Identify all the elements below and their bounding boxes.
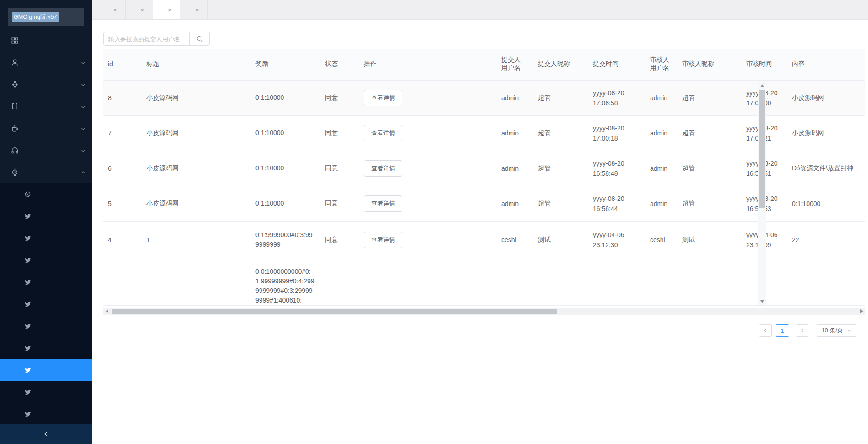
table-header-row: id标题奖励状态操作提交人 用户名提交人昵称提交时间审核人 用户名审核人昵称审核…: [103, 49, 865, 80]
view-detail-button[interactable]: 查看详情: [364, 90, 402, 106]
column-header: 审核时间: [742, 49, 787, 80]
cell-submit_time: yyyy-08-20 16:58:48: [588, 151, 646, 186]
gm-submenu: [0, 183, 92, 425]
search-button[interactable]: [190, 32, 210, 46]
column-header: 奖励: [251, 49, 320, 80]
sidebar-subitem-manual-pay-audit[interactable]: [0, 315, 92, 337]
tab-close-icon[interactable]: ×: [168, 6, 172, 13]
sidebar-item-gm[interactable]: [0, 161, 92, 183]
search-icon: [196, 35, 203, 43]
column-header: id: [103, 49, 142, 80]
cell-submit_time: yyyy-08-20 17:00:18: [588, 115, 646, 151]
sidebar-subitem-giftcode-generate[interactable]: [0, 249, 92, 271]
chevron-down-icon: [81, 126, 86, 131]
cell-reward: 0:1:10000: [251, 151, 320, 186]
view-detail-button[interactable]: 查看详情: [364, 125, 402, 141]
tab-close-icon[interactable]: ×: [141, 6, 145, 13]
sidebar-subitem-role-freeze[interactable]: [0, 183, 92, 205]
chevron-down-icon: [847, 328, 852, 333]
vertical-scrollbar[interactable]: [758, 82, 766, 305]
column-header: 标题: [142, 49, 251, 80]
grid-icon: [11, 37, 19, 44]
cell-id: 8: [103, 80, 142, 115]
sidebar-item-game[interactable]: [0, 139, 92, 161]
cell-title: [142, 259, 251, 306]
pagination-next-button[interactable]: [796, 324, 808, 337]
cell-audit_nick: 超管: [678, 186, 742, 221]
search-input[interactable]: [103, 32, 190, 46]
sidebar-collapse-button[interactable]: [0, 424, 92, 444]
table-row: 0:0:1000000000#0:1:99999999#0:4:29999999…: [103, 259, 865, 306]
twitter-icon: [24, 345, 31, 352]
cell-submit_nick: 测试: [533, 221, 588, 259]
sidebar-subitem-mail-edit[interactable]: [0, 337, 92, 359]
table-row: 8小皮源码网0:1:10000同意查看详情admin超管yyyy-08-20 1…: [103, 80, 865, 115]
tab-close-icon[interactable]: ×: [113, 6, 117, 13]
scroll-up-icon[interactable]: [758, 82, 766, 89]
cell-status: 同意: [320, 151, 359, 186]
column-header: 审核人 用户名: [646, 49, 678, 80]
column-header: 审核人昵称: [678, 49, 742, 80]
cell-submit_user: [497, 259, 533, 306]
sidebar-item-home[interactable]: [0, 29, 92, 51]
cell-audit_nick: 超管: [678, 115, 742, 151]
cell-submit_user: admin: [497, 115, 533, 151]
cell-content: D:\资源文件\放置封神: [787, 151, 865, 186]
twitter-icon: [24, 279, 31, 286]
sidebar-subitem-role-mute[interactable]: [0, 205, 92, 227]
cell-title: 小皮源码网: [142, 151, 251, 186]
tab-mail-edit[interactable]: ×: [126, 0, 153, 19]
cell-submit_user: admin: [497, 151, 533, 186]
tab-mail-audit[interactable]: ×: [153, 0, 181, 19]
cell-submit_nick: [533, 259, 588, 306]
view-detail-button[interactable]: 查看详情: [364, 160, 402, 177]
column-header: 提交人昵称: [533, 49, 588, 80]
horizontal-scrollbar[interactable]: [103, 308, 865, 315]
cell-content: [787, 259, 865, 306]
sidebar-item-game-config[interactable]: [0, 117, 92, 139]
horizontal-scrollbar-thumb[interactable]: [112, 309, 557, 314]
cell-submit_time: [588, 259, 646, 306]
chevron-left-icon: [763, 328, 768, 333]
cell-submit_user: ceshi: [497, 221, 533, 259]
scroll-left-icon[interactable]: [103, 308, 111, 315]
cell-submit_time: yyyy-08-20 17:06:58: [588, 80, 646, 115]
cell-audit_nick: [678, 259, 742, 306]
scroll-down-icon[interactable]: [758, 298, 766, 305]
sidebar-subitem-manual-pay[interactable]: [0, 293, 92, 315]
cell-status: [320, 259, 359, 306]
twitter-icon: [24, 367, 31, 374]
tab-close-icon[interactable]: ×: [195, 6, 199, 13]
sidebar-subitem-giftcode-sent[interactable]: [0, 271, 92, 293]
tab-home[interactable]: ×: [98, 0, 126, 19]
cell-audit_user: admin: [646, 151, 678, 186]
table-row: 7小皮源码网0:1:10000同意查看详情admin超管yyyy-08-20 1…: [103, 115, 865, 151]
sidebar-menu: [0, 29, 92, 183]
sidebar-item-cloud[interactable]: [0, 95, 92, 117]
chevron-right-icon: [799, 328, 805, 333]
twitter-icon: [24, 411, 31, 417]
cell-submit_nick: 超管: [533, 115, 588, 151]
cell-audit_user: admin: [646, 80, 678, 115]
cell-title: 小皮源码网: [142, 115, 251, 151]
vertical-scrollbar-thumb[interactable]: [759, 90, 765, 208]
sidebar-subitem-server-announce[interactable]: [0, 227, 92, 249]
chevron-down-icon: [81, 148, 86, 153]
view-detail-button[interactable]: 查看详情: [364, 195, 402, 212]
sidebar-subitem-mail-audit[interactable]: [0, 359, 92, 381]
headset-icon: [11, 146, 19, 154]
view-detail-button[interactable]: 查看详情: [364, 232, 402, 248]
twitter-icon: [24, 389, 31, 395]
cell-title: 1: [142, 221, 251, 259]
sidebar-item-platform[interactable]: [0, 73, 92, 95]
cell-submit_user: admin: [497, 186, 533, 221]
sidebar-subitem-mail-audit-noattach[interactable]: [0, 381, 92, 403]
action-cell: 查看详情: [359, 80, 497, 115]
scroll-right-icon[interactable]: [858, 308, 865, 315]
page-size-select[interactable]: 10 条/页: [816, 324, 857, 337]
pagination-prev-button[interactable]: [759, 324, 772, 337]
pagination-page-1[interactable]: 1: [776, 324, 789, 337]
sidebar-subitem-recharge-rebate[interactable]: [0, 403, 92, 425]
sidebar-item-org-perms[interactable]: [0, 51, 92, 73]
tab-mail-audit-noattach[interactable]: ×: [180, 0, 208, 19]
